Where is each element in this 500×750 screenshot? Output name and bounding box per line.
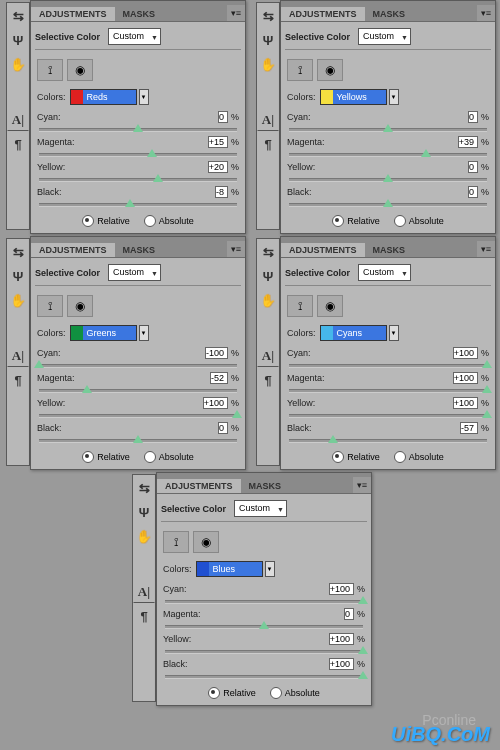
tool-fork-icon[interactable]: Ψ: [7, 265, 29, 287]
slider-value-input[interactable]: 0: [468, 111, 478, 123]
color-swatch[interactable]: Cyans: [320, 325, 387, 341]
tool-paragraph-icon[interactable]: ¶: [7, 369, 29, 391]
slider-handle[interactable]: [482, 385, 492, 393]
color-dropdown-icon[interactable]: ▼: [265, 561, 275, 577]
slider-value-input[interactable]: 0: [218, 111, 228, 123]
tool-paragraph-icon[interactable]: ¶: [257, 369, 279, 391]
slider-track[interactable]: [165, 650, 363, 654]
slider-handle[interactable]: [383, 124, 393, 132]
panel-menu-icon[interactable]: ▾≡: [477, 5, 495, 21]
slider-value-input[interactable]: +100: [453, 397, 478, 409]
radio-absolute[interactable]: Absolute: [394, 451, 444, 463]
eyedropper-icon[interactable]: ⟟: [287, 295, 313, 317]
slider-value-input[interactable]: +15: [208, 136, 228, 148]
color-swatch[interactable]: Greens: [70, 325, 137, 341]
radio-absolute[interactable]: Absolute: [394, 215, 444, 227]
tool-arrows-icon[interactable]: ⇆: [7, 241, 29, 263]
slider-handle[interactable]: [125, 199, 135, 207]
tab-adjustments[interactable]: ADJUSTMENTS: [157, 479, 241, 493]
tool-arrows-icon[interactable]: ⇆: [133, 477, 155, 499]
target-icon[interactable]: ◉: [67, 59, 93, 81]
slider-track[interactable]: [289, 439, 487, 443]
tool-type-icon[interactable]: A|: [257, 345, 279, 367]
slider-value-input[interactable]: -8: [215, 186, 228, 198]
slider-track[interactable]: [39, 203, 237, 207]
preset-dropdown[interactable]: Custom: [234, 500, 287, 517]
slider-track[interactable]: [39, 178, 237, 182]
tab-masks[interactable]: MASKS: [115, 243, 164, 257]
radio-absolute[interactable]: Absolute: [144, 215, 194, 227]
tool-fork-icon[interactable]: Ψ: [133, 501, 155, 523]
slider-track[interactable]: [39, 364, 237, 368]
slider-handle[interactable]: [232, 410, 242, 418]
slider-value-input[interactable]: -52: [210, 372, 228, 384]
tool-hand-icon[interactable]: ✋: [7, 289, 29, 311]
slider-value-input[interactable]: +100: [203, 397, 228, 409]
slider-track[interactable]: [39, 153, 237, 157]
slider-handle[interactable]: [358, 671, 368, 679]
slider-value-input[interactable]: 0: [468, 161, 478, 173]
slider-handle[interactable]: [259, 621, 269, 629]
eyedropper-icon[interactable]: ⟟: [37, 295, 63, 317]
radio-relative[interactable]: Relative: [208, 687, 256, 699]
slider-handle[interactable]: [82, 385, 92, 393]
tool-type-icon[interactable]: A|: [7, 109, 29, 131]
color-dropdown-icon[interactable]: ▼: [139, 325, 149, 341]
radio-relative[interactable]: Relative: [82, 451, 130, 463]
tool-hand-icon[interactable]: ✋: [7, 53, 29, 75]
tab-adjustments[interactable]: ADJUSTMENTS: [31, 7, 115, 21]
tool-type-icon[interactable]: A|: [257, 109, 279, 131]
slider-track[interactable]: [289, 178, 487, 182]
preset-dropdown[interactable]: Custom: [108, 28, 161, 45]
radio-relative[interactable]: Relative: [332, 451, 380, 463]
slider-value-input[interactable]: -100: [205, 347, 228, 359]
slider-handle[interactable]: [34, 360, 44, 368]
slider-track[interactable]: [39, 414, 237, 418]
slider-value-input[interactable]: +100: [329, 658, 354, 670]
target-icon[interactable]: ◉: [193, 531, 219, 553]
slider-track[interactable]: [39, 439, 237, 443]
tab-masks[interactable]: MASKS: [241, 479, 290, 493]
tool-hand-icon[interactable]: ✋: [257, 53, 279, 75]
slider-track[interactable]: [165, 625, 363, 629]
slider-track[interactable]: [289, 364, 487, 368]
tool-arrows-icon[interactable]: ⇆: [257, 241, 279, 263]
color-dropdown-icon[interactable]: ▼: [389, 89, 399, 105]
slider-handle[interactable]: [383, 174, 393, 182]
color-dropdown-icon[interactable]: ▼: [139, 89, 149, 105]
tab-adjustments[interactable]: ADJUSTMENTS: [281, 7, 365, 21]
slider-handle[interactable]: [328, 435, 338, 443]
slider-handle[interactable]: [133, 435, 143, 443]
radio-absolute[interactable]: Absolute: [144, 451, 194, 463]
slider-value-input[interactable]: -57: [460, 422, 478, 434]
slider-value-input[interactable]: +100: [453, 372, 478, 384]
slider-track[interactable]: [289, 414, 487, 418]
slider-value-input[interactable]: 0: [468, 186, 478, 198]
slider-track[interactable]: [289, 389, 487, 393]
slider-value-input[interactable]: +20: [208, 161, 228, 173]
target-icon[interactable]: ◉: [67, 295, 93, 317]
slider-handle[interactable]: [383, 199, 393, 207]
slider-track[interactable]: [165, 600, 363, 604]
tool-type-icon[interactable]: A|: [7, 345, 29, 367]
tool-fork-icon[interactable]: Ψ: [257, 29, 279, 51]
slider-value-input[interactable]: 0: [218, 422, 228, 434]
tool-fork-icon[interactable]: Ψ: [257, 265, 279, 287]
eyedropper-icon[interactable]: ⟟: [37, 59, 63, 81]
slider-track[interactable]: [39, 389, 237, 393]
tool-type-icon[interactable]: A|: [133, 581, 155, 603]
tab-masks[interactable]: MASKS: [365, 7, 414, 21]
tool-arrows-icon[interactable]: ⇆: [257, 5, 279, 27]
tool-paragraph-icon[interactable]: ¶: [7, 133, 29, 155]
panel-menu-icon[interactable]: ▾≡: [227, 241, 245, 257]
radio-relative[interactable]: Relative: [82, 215, 130, 227]
radio-relative[interactable]: Relative: [332, 215, 380, 227]
panel-menu-icon[interactable]: ▾≡: [477, 241, 495, 257]
slider-handle[interactable]: [358, 646, 368, 654]
slider-track[interactable]: [289, 153, 487, 157]
eyedropper-icon[interactable]: ⟟: [287, 59, 313, 81]
slider-handle[interactable]: [482, 410, 492, 418]
slider-value-input[interactable]: +100: [329, 583, 354, 595]
tab-adjustments[interactable]: ADJUSTMENTS: [281, 243, 365, 257]
eyedropper-icon[interactable]: ⟟: [163, 531, 189, 553]
